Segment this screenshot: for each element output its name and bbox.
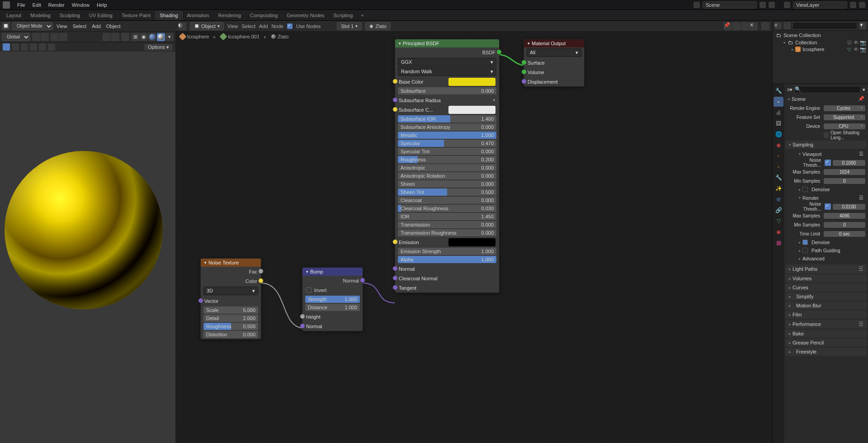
input-volume[interactable]: Volume [524,67,584,77]
subpanel-advanced[interactable]: Advanced [791,254,867,263]
outliner-filter-icon[interactable]: ▼ [859,22,866,29]
menu-window[interactable]: Window [68,2,93,8]
prop-tab-tool[interactable]: 🔧 [774,86,783,96]
select-extend-icon[interactable] [21,43,28,51]
feature-set-dropdown[interactable]: Supported [824,114,865,120]
viewport-menu-view[interactable]: View [55,24,69,29]
subpanel-rn-denoise[interactable]: Denoise [791,238,867,246]
subpanel-path-guiding[interactable]: Path Guiding [791,246,867,254]
snap-target-icon[interactable] [41,33,49,41]
input-specular-tint[interactable]: Specular Tint0.000 [398,148,496,155]
vp-max-samples-value[interactable]: 1024 [824,169,865,175]
input-normal[interactable]: Normal [395,264,499,273]
prop-tab-texture[interactable]: ▦ [774,238,783,248]
ne-menu-view[interactable]: View [227,24,238,29]
input-roughness[interactable]: Roughness0.500 [203,323,258,330]
outliner-display-mode-icon[interactable]: ≡ [774,22,782,29]
use-nodes-checkbox[interactable] [287,24,292,29]
select-subtract-icon[interactable] [30,43,37,51]
mode-dropdown[interactable]: Object Mode [12,22,53,30]
input-strength[interactable]: Strength1.000 [305,296,360,303]
input-detail[interactable]: Detail2.000 [203,315,258,322]
panel-curves[interactable]: Curves [785,283,867,292]
outliner-tree[interactable]: 🗀 Scene Collection ▾ 🗀 Collection ☑ 👁 📷 … [773,31,868,53]
options-dropdown[interactable]: Options ▾ [144,44,173,51]
menu-render[interactable]: Render [45,2,68,8]
mat-unlink-icon[interactable]: ✕ [750,22,758,30]
ws-tab-sculpting[interactable]: Sculpting [55,11,85,20]
panel-volumes[interactable]: Volumes [785,274,867,283]
properties-search-input[interactable]: 🔍 [794,86,861,93]
input-emission-strength[interactable]: Emission Strength1.000 [398,248,496,255]
input-subsurface[interactable]: Subsurface0.000 [398,87,496,94]
new-scene-button[interactable] [760,2,766,8]
shading-dropdown-icon[interactable]: ▾ [165,33,174,41]
ws-tab-layout[interactable]: Layout [2,11,26,20]
output-target-dropdown[interactable]: All▾ [527,48,581,57]
pin-material-icon[interactable] [761,22,769,30]
path-guiding-checkbox[interactable] [802,248,808,253]
panel-sampling[interactable]: Sampling [785,141,867,149]
output-bsdf[interactable]: BSDF [395,47,499,57]
output-fac[interactable]: Fac [201,267,261,276]
input-transmission[interactable]: Transmission0.000 [398,221,496,228]
new-viewlayer-button[interactable] [850,2,856,8]
input-alpha[interactable]: Alpha1.000 [398,256,496,263]
input-surface[interactable]: Surface [524,58,584,67]
input-metallic[interactable]: Metallic1.000 [398,132,496,139]
input-scale[interactable]: Scale5.000 [203,306,258,314]
ws-tab-animation[interactable]: Animation [183,11,214,20]
ne-menu-node[interactable]: Node [272,24,283,29]
input-roughness[interactable]: Roughness0.200 [398,156,496,163]
output-normal[interactable]: Normal [302,276,363,285]
props-menu-icon[interactable]: ≡▾ [787,87,793,93]
rn-denoise-checkbox[interactable] [802,240,808,245]
viewport-canvas[interactable] [0,52,175,443]
prop-falloff-icon[interactable] [59,33,67,41]
exclude-checkbox[interactable]: ☑ [847,40,853,45]
device-dropdown[interactable]: CPU [824,123,865,129]
input-vector[interactable]: Vector [201,296,261,306]
input-transmission-roughness[interactable]: Transmission Roughness0.000 [398,229,496,236]
ws-tab-shading[interactable]: Shading [155,11,182,20]
mat-new-icon[interactable] [732,22,741,30]
input-anisotropic-rotation[interactable]: Anisotropic Rotation0.000 [398,172,496,179]
node-noise-texture[interactable]: ▾Noise Texture Fac Color 3D▾ Vector Scal… [200,258,261,339]
viewport-menu-add[interactable]: Add [90,24,103,29]
input-emission[interactable]: Emission [395,237,499,247]
crumb-object[interactable]: Icosphere [180,34,209,39]
props-options-icon[interactable]: ▾ [863,87,865,93]
slot-dropdown[interactable]: Slot 1 ▾ [337,22,362,30]
crumb-material[interactable]: Zlato [271,34,288,39]
distribution-dropdown[interactable]: GGX▾ [398,58,496,66]
node-principled-bsdf[interactable]: ▾Principled BSDF BSDF GGX▾ Random Walk▾ … [395,39,500,293]
orientation-dropdown[interactable]: Global [2,33,30,41]
rn-noise-thresh-checkbox[interactable] [825,203,831,210]
hide-viewport-icon[interactable]: 👁 [854,40,859,45]
tree-scene-collection[interactable]: 🗀 Scene Collection [774,32,866,39]
menu-file[interactable]: File [14,2,29,8]
ws-tab-scripting[interactable]: Scripting [329,11,357,20]
input-anisotropic[interactable]: Anisotropic0.000 [398,164,496,171]
hide-viewport-icon[interactable]: 👁 [854,47,859,52]
menu-edit[interactable]: Edit [29,2,45,8]
rn-time-limit-value[interactable]: 0 sec [824,231,865,237]
input-invert[interactable]: Invert [302,285,363,295]
prop-tab-scene[interactable]: 🌐 [774,129,783,139]
shading-rendered-icon[interactable] [157,33,165,41]
ws-tab-modeling[interactable]: Modeling [26,11,55,20]
subpanel-render[interactable]: Render☰ [791,193,867,202]
input-sheen[interactable]: Sheen0.000 [398,180,496,188]
input-clearcoat-normal[interactable]: Clearcoat Normal [395,273,499,283]
pin-icon[interactable]: 📌 [858,96,864,102]
material-dropdown[interactable]: ◉ Zlato [365,22,390,30]
vp-noise-thresh-checkbox[interactable] [825,160,831,166]
input-subsurface-ior[interactable]: Subsurface IOR1.400 [398,115,496,123]
mat-copy-icon[interactable] [741,22,749,30]
shading-solid-icon[interactable]: ◉ [140,33,148,41]
subpanel-viewport[interactable]: Viewport☰ [791,150,867,158]
input-normal[interactable]: Normal [302,321,363,331]
prop-tab-data[interactable]: ▽ [774,216,783,226]
scene-name-input[interactable] [703,1,757,9]
viewlayer-name-input[interactable] [793,1,847,9]
